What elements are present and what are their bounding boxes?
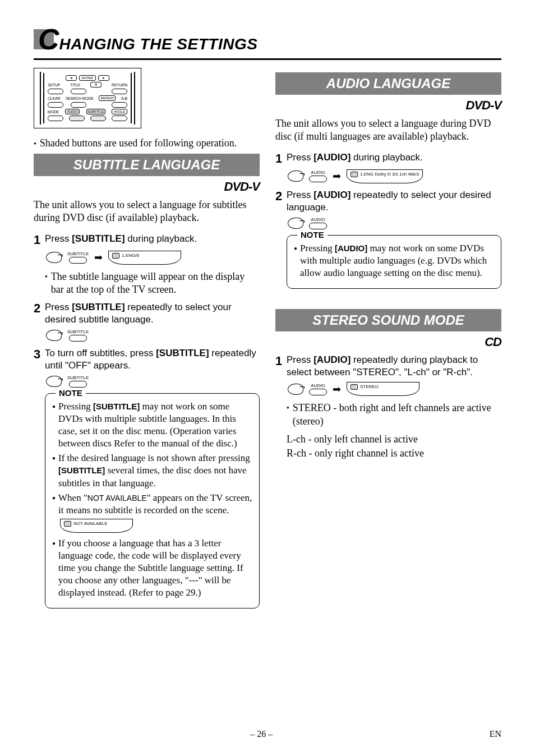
step-number: 2 — [34, 301, 45, 326]
page-title-first-letter: C — [38, 22, 59, 56]
remote-subtitle-label: SUBTITLE — [86, 109, 105, 114]
subtitle-step-2: 2 Press [SUBTITLE] repeatedly to select … — [34, 301, 260, 326]
content-columns: ◄ ENTER ► SETUP TITLE ▼ RETURN CLEAR SEA… — [34, 68, 501, 614]
hand-icon — [46, 330, 62, 341]
hand-icon — [288, 170, 303, 182]
audio-step2-graphic: AUDIO — [288, 217, 501, 229]
hand-icon — [46, 376, 62, 387]
remote-return-label: RETURN — [112, 83, 127, 87]
remote-ab-label: A-B — [121, 96, 127, 100]
remote-left-icon: ◄ — [66, 75, 77, 81]
osd-stereo-display: ⬚STEREO — [347, 382, 419, 396]
arrow-icon: ➡ — [333, 170, 341, 182]
right-column: AUDIO LANGUAGE DVD-V The unit allows you… — [275, 68, 501, 614]
left-column: ◄ ENTER ► SETUP TITLE ▼ RETURN CLEAR SEA… — [34, 68, 260, 614]
stereo-step-1: 1 Press [AUDIO] repeatedly during playba… — [275, 354, 501, 379]
osd-audio-display: ⬚1.ENG Dolby D 3/2.1ch 48k/3 — [347, 169, 423, 183]
page-number: – 26 – — [250, 729, 273, 739]
audio-note-box: NOTE ●Pressing [AUDIO] may not work on s… — [287, 235, 501, 289]
subtitle-button-label: SUBTITLE — [67, 251, 89, 256]
page-title-rest: HANGING THE SETTINGS — [59, 35, 258, 53]
audio-step-1: 1 Press [AUDIO] during playback. — [275, 151, 501, 166]
hand-icon — [288, 384, 303, 395]
osd-not-available: ⬚NOT AVAILABLE — [60, 519, 133, 533]
audio-step-2: 2 Press [AUDIO] repeatedly to select you… — [275, 189, 501, 214]
remote-angle-label: ANGLE — [112, 109, 127, 114]
step-number: 1 — [275, 354, 287, 379]
remote-search-label: SEARCH MODE — [66, 96, 94, 100]
step-number: 3 — [34, 347, 45, 372]
subtitle-step-3: 3 To turn off subtitles, press [SUBTITLE… — [34, 347, 260, 372]
subtitle-language-header: SUBTITLE LANGUAGE — [34, 154, 260, 176]
shaded-buttons-note: Shaded buttons are used for following op… — [34, 137, 260, 149]
remote-repeat-label: REPEAT — [99, 95, 116, 101]
stereo-sound-header: STEREO SOUND MODE — [275, 309, 501, 331]
stereo-step1-graphic: AUDIO ➡ ⬚STEREO — [288, 382, 501, 396]
page-lang: EN — [490, 729, 501, 739]
arrow-icon: ➡ — [333, 383, 341, 395]
remote-right-icon: ► — [98, 75, 109, 81]
audio-language-header: AUDIO LANGUAGE — [275, 72, 501, 95]
remote-title-label: TITLE — [70, 83, 80, 87]
subtitle-intro: The unit allows you to select a language… — [34, 199, 260, 225]
note-title: NOTE — [56, 388, 86, 398]
audio-button-label: AUDIO — [311, 217, 325, 222]
dvd-v-badge-1: DVD-V — [34, 179, 260, 194]
subtitle-button-label: SUBTITLE — [67, 375, 89, 380]
step3-graphic: SUBTITLE — [46, 375, 260, 388]
step2-graphic: SUBTITLE — [46, 329, 260, 342]
audio-step1-graphic: AUDIO ➡ ⬚1.ENG Dolby D 3/2.1ch 48k/3 — [288, 169, 501, 183]
step-number: 2 — [275, 189, 287, 214]
remote-clear-label: CLEAR — [48, 96, 60, 100]
audio-button-label: AUDIO — [311, 383, 325, 388]
subtitle-step-1: 1 Press [SUBTITLE] during playback. — [34, 233, 260, 247]
subtitle-button-label: SUBTITLE — [67, 329, 89, 334]
page-header: C HANGING THE SETTINGS — [34, 22, 501, 60]
hand-icon — [288, 218, 303, 229]
subtitle-note-box: NOTE ●Pressing [SUBTITLE] may not work o… — [45, 393, 260, 609]
page-footer: – 26 – EN — [0, 729, 535, 739]
remote-audio-label: AUDIO — [65, 109, 80, 114]
stereo-desc-rch: R-ch - only right channel is active — [287, 446, 501, 460]
audio-button-label: AUDIO — [311, 170, 325, 175]
remote-down-icon: ▼ — [90, 82, 102, 87]
cd-badge: CD — [275, 335, 501, 349]
stereo-desc-lch: L-ch - only left channel is active — [287, 432, 501, 446]
arrow-icon: ➡ — [94, 251, 103, 264]
stereo-desc-bullet: STEREO - both right and left channels ar… — [287, 402, 501, 428]
osd-subtitle-display: ⬚1.ENG/8 — [108, 251, 181, 265]
step1-graphic: SUBTITLE ➡ ⬚1.ENG/8 — [46, 251, 260, 265]
audio-intro: The unit allows you to select a language… — [275, 117, 501, 144]
dvd-v-badge-2: DVD-V — [275, 98, 501, 113]
subtitle-step1-note: The subtitle language will appear on the… — [45, 270, 260, 297]
step-number: 1 — [34, 233, 45, 247]
hand-icon — [46, 252, 62, 263]
note-title: NOTE — [297, 230, 328, 239]
remote-diagram: ◄ ENTER ► SETUP TITLE ▼ RETURN CLEAR SEA… — [34, 68, 141, 128]
remote-enter-btn: ENTER — [79, 75, 96, 81]
step-number: 1 — [275, 151, 287, 166]
remote-mode-label: MODE — [48, 110, 59, 114]
remote-setup-label: SETUP — [48, 83, 60, 87]
